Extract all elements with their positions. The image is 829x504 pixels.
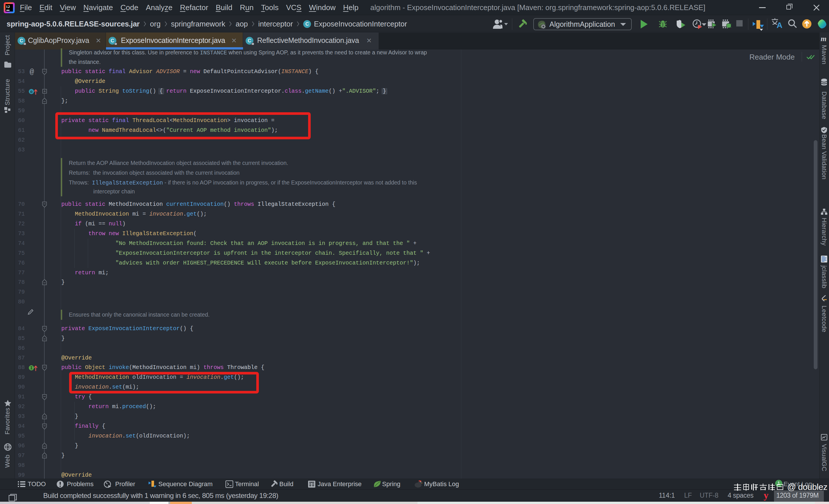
svg-text:o: o <box>30 89 33 94</box>
svg-text:I: I <box>30 366 33 371</box>
